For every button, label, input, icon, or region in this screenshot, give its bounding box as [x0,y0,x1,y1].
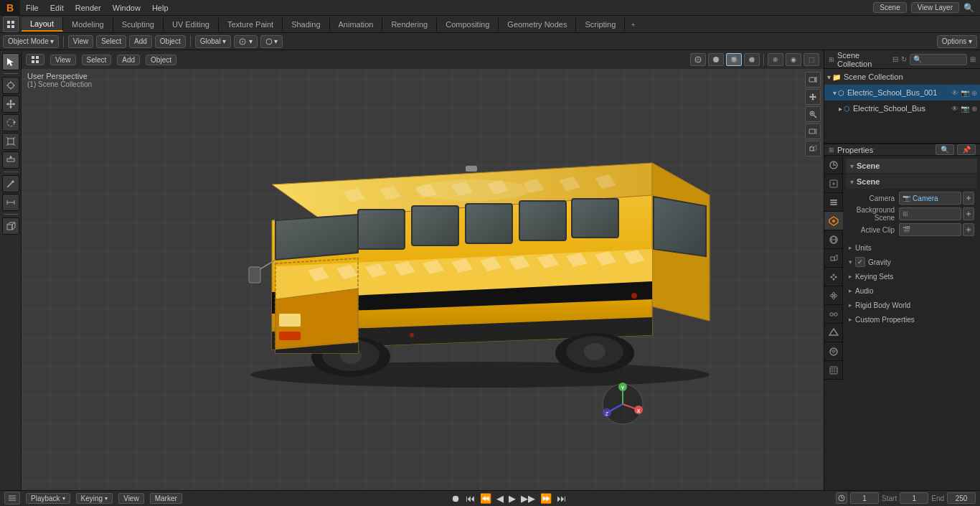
scene-section-header[interactable]: ▾ Scene [846,159,977,173]
bus-render-icon[interactable]: 📷 [961,105,969,113]
viewport-shade-render[interactable] [744,53,760,66]
tab-compositing[interactable]: Compositing [437,18,499,31]
proportional-edit-btn[interactable]: ▾ [260,35,283,48]
expand-arrow-scene[interactable]: ▾ [827,73,831,81]
add-workspace-btn[interactable]: + [625,18,641,31]
outliner-filter-icon[interactable]: ⊞ [970,55,976,63]
skip-end-btn[interactable]: ⏭ [555,493,567,504]
prev-key-btn[interactable]: ⏪ [479,493,493,504]
object-header-btn[interactable]: Object [146,55,176,65]
props-tab-texture[interactable] [824,361,843,380]
menu-render[interactable]: Render [70,2,107,14]
props-tab-constraints[interactable] [824,305,843,324]
object-menu-btn[interactable]: Object [155,35,186,48]
tab-texture-paint[interactable]: Texture Paint [219,18,283,31]
gravity-checkbox[interactable] [855,257,865,267]
scene-collection-item[interactable]: ▾ 📁 Scene Collection [824,69,980,85]
scene-subsection-header[interactable]: ▾ Scene [846,174,977,189]
bg-scene-pick-btn[interactable] [963,207,974,220]
object-mode-btn[interactable]: Object Mode ▾ [3,35,59,48]
annotate-tool-btn[interactable] [2,175,19,192]
viewport-shade-material[interactable] [726,53,742,66]
cursor-tool-btn[interactable] [2,77,19,94]
editor-type-btn[interactable] [3,17,19,32]
camera-view-btn[interactable] [805,72,821,88]
add-menu-btn[interactable]: Add [129,35,152,48]
outliner-sync-btn[interactable]: ↻ [901,55,907,63]
props-tab-particles[interactable] [824,268,843,286]
view-menu-btn[interactable]: View [68,35,94,48]
menu-file[interactable]: File [20,2,44,14]
expand-arrow-bus[interactable]: ▸ [839,105,842,113]
options-btn[interactable]: Options ▾ [937,35,977,48]
timeline-view-menu[interactable]: View [118,493,144,504]
current-frame-box[interactable]: 1 [850,492,879,504]
prev-frame-btn[interactable]: ◀ [495,493,505,504]
tab-rendering[interactable]: Rendering [382,18,437,31]
tab-uv-editing[interactable]: UV Editing [164,18,219,31]
select-header-btn[interactable]: Select [82,55,112,65]
skip-start-btn[interactable]: ⏮ [464,493,476,504]
move-tool-btn[interactable] [2,95,19,113]
outliner-filter-btn[interactable]: ⊟ [892,55,898,63]
tab-modeling[interactable]: Modeling [63,18,113,31]
transform-tool-btn[interactable] [2,151,19,169]
timeline-editor-type[interactable] [4,492,20,505]
units-section[interactable]: ▸ Units [846,240,977,255]
add-header-btn[interactable]: Add [117,55,140,65]
menu-help[interactable]: Help [146,2,174,14]
object-icon-btn[interactable] [805,141,821,156]
props-tab-output[interactable] [824,174,843,193]
rotate-tool-btn[interactable] [2,114,19,131]
view-header-btn[interactable]: View [50,55,76,65]
tab-sculpting[interactable]: Sculpting [113,18,164,31]
menu-window[interactable]: Window [107,2,146,14]
start-frame-box[interactable]: 1 [900,492,928,504]
custom-properties-section[interactable]: ▸ Custom Properties [846,312,977,327]
props-tab-world[interactable] [824,230,843,249]
overlay-toggle[interactable]: ◉ [786,53,801,66]
bus001-sel-icon[interactable]: ⊕ [971,89,977,97]
props-tab-object[interactable] [824,249,843,268]
camera-value[interactable]: 📷 Camera [899,192,961,205]
scale-tool-btn[interactable] [2,133,19,150]
expand-arrow-bus001[interactable]: ▾ [833,89,837,97]
keying-sets-section[interactable]: ▸ Keying Sets [846,269,977,284]
gizmos-toggle[interactable]: ⊕ [768,53,783,66]
camera-icon-btn[interactable] [805,123,821,139]
play-btn[interactable]: ▶ [507,493,517,504]
end-frame-box[interactable]: 250 [947,492,976,504]
measure-tool-btn[interactable] [2,194,19,211]
view-layer-selector[interactable]: View Layer [911,2,959,13]
bus-item[interactable]: ▸ ⬡ Electric_School_Bus 👁 📷 ⊕ [824,100,980,116]
props-search-btn[interactable]: 🔍 [936,144,954,155]
keying-menu[interactable]: Keying ▾ [76,493,113,504]
axis-gizmo[interactable]: X Y Z [601,383,644,426]
timer-icon[interactable] [836,492,847,504]
playback-menu[interactable]: Playback ▾ [26,493,70,504]
audio-section[interactable]: ▸ Audio [846,284,977,298]
next-frame-btn[interactable]: ▶▶ [519,493,537,504]
viewport-shade-wire[interactable] [690,53,706,66]
tab-animation[interactable]: Animation [330,18,383,31]
viewport-shade-solid[interactable] [708,53,724,66]
viewport[interactable]: View Select Add Object ⊕ [22,50,824,490]
pan-view-btn[interactable] [805,89,821,105]
bus-eye-icon[interactable]: 👁 [951,105,958,113]
marker-menu[interactable]: Marker [150,493,182,504]
outliner-search[interactable]: 🔍 [910,54,967,65]
tab-shading[interactable]: Shading [283,18,329,31]
tab-scripting[interactable]: Scripting [576,18,625,31]
menu-edit[interactable]: Edit [44,2,70,14]
select-tool-btn[interactable] [2,53,19,70]
background-scene-value[interactable]: ⊞ [899,207,961,220]
tab-layout[interactable]: Layout [22,17,63,32]
transform-orientations-btn[interactable]: Global ▾ [195,35,231,48]
props-tab-material[interactable] [824,342,843,361]
tab-geometry-nodes[interactable]: Geometry Nodes [499,18,576,31]
bus001-eye-icon[interactable]: 👁 [951,89,958,97]
add-cube-btn[interactable] [2,217,19,235]
select-menu-btn[interactable]: Select [96,35,126,48]
gravity-section[interactable]: ▾ Gravity [846,255,977,269]
props-tab-render[interactable] [824,156,843,174]
